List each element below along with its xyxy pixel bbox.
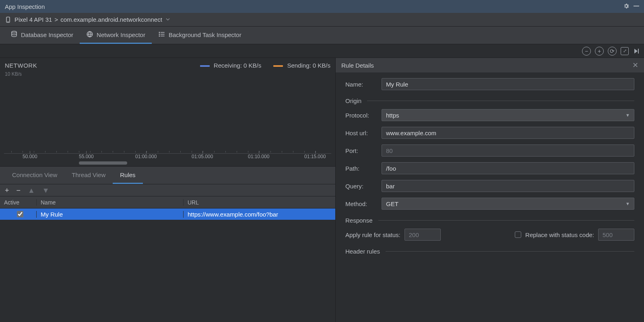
column-header-name[interactable]: Name (36, 199, 183, 206)
yaxis-label: 10 KB/s (0, 70, 335, 78)
legend-sending: Sending: 0 KB/s (273, 62, 330, 69)
name-label: Name: (345, 81, 382, 88)
rule-active-checkbox[interactable] (17, 211, 23, 217)
reset-zoom-icon[interactable]: ⟳ (608, 47, 617, 56)
zoom-in-icon[interactable]: + (595, 47, 604, 56)
tab-rules[interactable]: Rules (113, 167, 142, 184)
timeline-scrollbar-thumb[interactable] (79, 161, 127, 165)
query-input[interactable] (382, 180, 634, 192)
apply-status-input[interactable] (405, 229, 441, 241)
replace-status-checkbox[interactable] (515, 231, 521, 238)
chevron-down-icon: ▼ (625, 201, 630, 206)
device-icon (5, 17, 11, 23)
name-input[interactable] (382, 78, 634, 90)
move-down-button[interactable]: ▼ (42, 187, 50, 194)
timeline-chart-area[interactable] (0, 78, 335, 153)
timeline-toolbar: − + ⟳ ⤢ (0, 44, 644, 58)
tab-connection-view[interactable]: Connection View (5, 167, 64, 184)
timeline-tick: 01:15.000 (304, 154, 326, 159)
globe-icon (86, 31, 93, 39)
timeline-tick: 01:05.000 (192, 154, 213, 159)
tab-thread-view[interactable]: Thread View (64, 167, 113, 184)
panel-title: App Inspection (5, 3, 619, 10)
rule-url-cell: https://www.example.com/foo?bar (183, 211, 335, 218)
timeline-tick: 01:10.000 (248, 154, 269, 159)
protocol-label: Protocol: (345, 112, 382, 119)
rule-name-cell: My Rule (36, 211, 183, 218)
tab-label: Background Task Inspector (169, 31, 242, 38)
response-section-label: Response (345, 217, 373, 224)
zoom-selection-icon[interactable]: ⤢ (621, 47, 629, 55)
path-input[interactable] (382, 162, 634, 174)
close-icon[interactable]: ✕ (632, 61, 638, 70)
svg-point-10 (159, 35, 160, 36)
table-row[interactable]: My Rule https://www.example.com/foo?bar (0, 208, 335, 220)
apply-status-label: Apply rule for status: (345, 231, 400, 238)
timeline-tick: 55.000 (79, 154, 94, 159)
legend-receiving: Receiving: 0 KB/s (200, 62, 262, 69)
tab-database-inspector[interactable]: Database Inspector (4, 27, 80, 44)
tab-label: Database Inspector (21, 31, 73, 38)
port-label: Port: (345, 147, 382, 154)
column-header-active[interactable]: Active (0, 199, 36, 206)
rules-toolbar: + − ▲ ▼ (0, 184, 335, 196)
database-icon (10, 31, 18, 39)
add-rule-button[interactable]: + (5, 187, 9, 194)
network-timeline: NETWORK Receiving: 0 KB/s Sending: 0 KB/… (0, 58, 335, 167)
titlebar: App Inspection (0, 0, 644, 13)
method-select[interactable]: GET▼ (382, 198, 634, 210)
path-label: Path: (345, 165, 382, 172)
origin-section-label: Origin (345, 97, 361, 104)
host-label: Host url: (345, 130, 382, 136)
breadcrumb-device[interactable]: Pixel 4 API 31 (14, 16, 52, 23)
tab-label: Network Inspector (97, 31, 145, 38)
rule-details-panel: Rule Details ✕ Name: Origin Protocol: ht… (336, 58, 644, 322)
network-title: NETWORK (5, 62, 37, 69)
minimize-icon[interactable] (634, 3, 639, 10)
gear-icon[interactable] (623, 3, 630, 10)
header-rules-section-label: Header rules (345, 248, 380, 255)
query-label: Query: (345, 183, 382, 190)
replace-status-input[interactable] (598, 229, 634, 241)
svg-rect-11 (638, 49, 639, 54)
column-header-url[interactable]: URL (183, 199, 335, 206)
host-input[interactable] (382, 127, 634, 139)
svg-point-9 (159, 34, 160, 35)
inspector-tabs: Database Inspector Network Inspector Bac… (0, 27, 644, 44)
protocol-select[interactable]: https▼ (382, 109, 634, 121)
left-panel: NETWORK Receiving: 0 KB/s Sending: 0 KB/… (0, 58, 336, 322)
breadcrumb-process[interactable]: com.example.android.networkconnect (60, 16, 162, 23)
chevron-down-icon[interactable] (165, 16, 170, 23)
go-live-icon[interactable] (633, 47, 640, 56)
rule-details-title: Rule Details (341, 62, 374, 69)
svg-rect-0 (634, 6, 639, 6)
timeline-ruler[interactable]: 50.00055.00001:00.00001:05.00001:10.0000… (4, 153, 331, 166)
replace-status-label: Replace with status code: (525, 231, 594, 238)
timeline-tick: 50.000 (23, 154, 37, 159)
lower-tabs: Connection View Thread View Rules (0, 167, 335, 184)
tab-background-task-inspector[interactable]: Background Task Inspector (152, 27, 248, 44)
svg-point-8 (159, 32, 160, 33)
zoom-out-icon[interactable]: − (582, 47, 591, 56)
chevron-down-icon: ▼ (625, 113, 630, 118)
remove-rule-button[interactable]: − (17, 187, 21, 194)
timeline-tick: 01:00.000 (135, 154, 157, 159)
rules-table: Active Name URL My Rule https://www.exam… (0, 196, 335, 322)
breadcrumb: Pixel 4 API 31 > com.example.android.net… (0, 13, 644, 27)
move-up-button[interactable]: ▲ (28, 187, 35, 194)
list-icon (158, 31, 165, 39)
method-label: Method: (345, 200, 382, 207)
port-input[interactable] (382, 144, 634, 157)
tab-network-inspector[interactable]: Network Inspector (80, 27, 152, 44)
svg-point-3 (12, 31, 17, 33)
